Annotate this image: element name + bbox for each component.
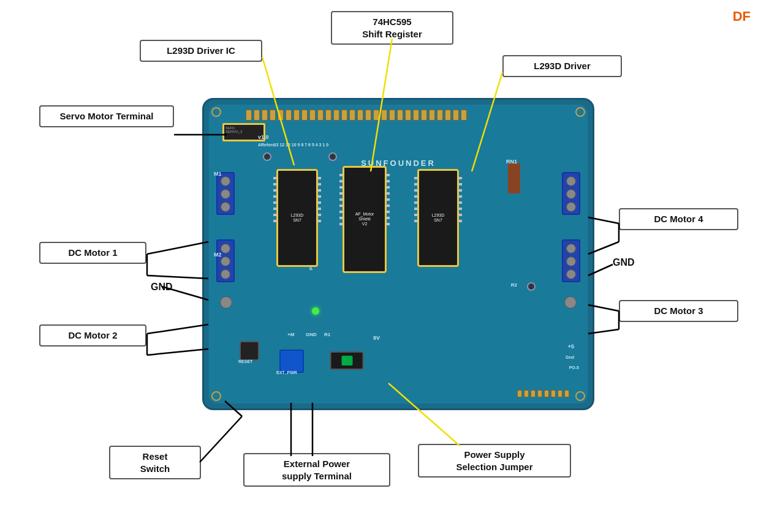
mounting-hole-tr [575, 107, 585, 117]
pin [421, 110, 427, 121]
ic-pin [317, 220, 321, 222]
pin [309, 110, 316, 121]
ic-pin [339, 180, 343, 182]
pin [517, 390, 522, 397]
pin [325, 110, 331, 121]
terminal-screw [221, 269, 230, 279]
pcb-version: v1.0 [258, 134, 269, 140]
ic-pin [339, 192, 343, 195]
ic-pin [317, 201, 321, 204]
pcb-reset: RESET [238, 359, 252, 364]
pin [445, 110, 451, 121]
jumper-area-pcb [330, 351, 364, 370]
pin [564, 390, 569, 397]
bottom-pins [517, 390, 569, 397]
svg-line-9 [147, 349, 208, 355]
pin [551, 390, 556, 397]
ic-pin [458, 183, 462, 185]
ic-chip-l293d-left: L293DSN7 [276, 169, 318, 267]
pin [531, 390, 536, 397]
ic-pin [273, 195, 277, 198]
label-power-supply-jumper: Power SupplySelection Jumper [418, 444, 571, 478]
pin [333, 110, 339, 121]
terminal-screw [221, 244, 230, 253]
ic-pin [317, 189, 321, 192]
pin [429, 110, 435, 121]
led-power [312, 307, 319, 315]
pin [461, 110, 467, 121]
ic-pin [386, 192, 390, 195]
ic-pin [386, 174, 390, 176]
terminal-block-motor3 [562, 239, 580, 282]
pin [317, 110, 324, 121]
pin-row-top [246, 108, 575, 122]
pcb-gnd-small: Gnd [566, 355, 574, 359]
ic-pin [273, 214, 277, 216]
terminal-screw [221, 202, 230, 212]
pin [246, 110, 252, 121]
pcb-plus5: +5 [568, 343, 574, 350]
ic-pin [414, 208, 418, 210]
ic-center-label: AF_MotorShieldV2 [344, 212, 385, 227]
ic-pin [386, 211, 390, 213]
label-servo-motor-terminal: Servo Motor Terminal [39, 105, 174, 127]
ic-pin [273, 208, 277, 210]
svg-line-19 [200, 416, 242, 462]
pcb-r1: R1 [324, 332, 330, 337]
pin [558, 390, 562, 397]
terminal-screw [566, 244, 576, 253]
pcb-po5: PO-5 [569, 365, 579, 370]
ic-pin [339, 211, 343, 213]
label-l293d-driver-ic: L293D Driver IC [140, 40, 262, 62]
label-dc-motor-4: DC Motor 4 [619, 208, 738, 230]
ic-pin [414, 177, 418, 179]
pin [544, 390, 549, 397]
ic-pin [339, 204, 343, 207]
ic-pin [273, 183, 277, 185]
ic-pin [317, 208, 321, 210]
ic-pin [339, 186, 343, 189]
pin [453, 110, 459, 121]
pcb-plus-m: +M [287, 332, 294, 337]
pin [373, 110, 379, 121]
svg-line-4 [147, 242, 208, 254]
pin [341, 110, 347, 121]
capacitor-c8 [527, 282, 536, 291]
pcb-m1: M1 [214, 171, 222, 177]
ic-pin [458, 208, 462, 210]
ic-pin [458, 177, 462, 179]
pin [254, 110, 260, 121]
gnd-screw-left [220, 296, 232, 309]
pin [537, 390, 542, 397]
ic-pin [414, 220, 418, 222]
mounting-hole-tl [211, 107, 221, 117]
capacitor-c3 [328, 152, 337, 161]
ic-pin [414, 201, 418, 204]
label-shift-register: 74HC595Shift Register [331, 11, 453, 45]
ic-pin [458, 195, 462, 198]
svg-line-5 [147, 275, 208, 279]
terminal-block-motor4 [562, 172, 580, 215]
pcb-9v: 9V [373, 335, 380, 341]
pin [349, 110, 355, 121]
label-gnd-left: GND [151, 282, 173, 293]
pin [405, 110, 411, 121]
ic-pin [414, 183, 418, 185]
ic-pins-right [458, 177, 462, 222]
terminal-screw [566, 202, 576, 212]
label-ext-power: External Powersupply Terminal [243, 453, 390, 487]
terminal-screw [566, 269, 576, 279]
pin [270, 110, 276, 121]
ic-pin [386, 186, 390, 189]
ic-pins-left [273, 177, 277, 222]
label-dc-motor-3: DC Motor 3 [619, 300, 738, 322]
pin [293, 110, 300, 121]
ic-pin [339, 198, 343, 201]
pin [397, 110, 403, 121]
ic-pin [317, 177, 321, 179]
ic-pin [458, 189, 462, 192]
pin [381, 110, 387, 121]
ic-pin [386, 204, 390, 207]
rn1-resistor [508, 163, 520, 193]
ic-pins-left [414, 177, 418, 222]
